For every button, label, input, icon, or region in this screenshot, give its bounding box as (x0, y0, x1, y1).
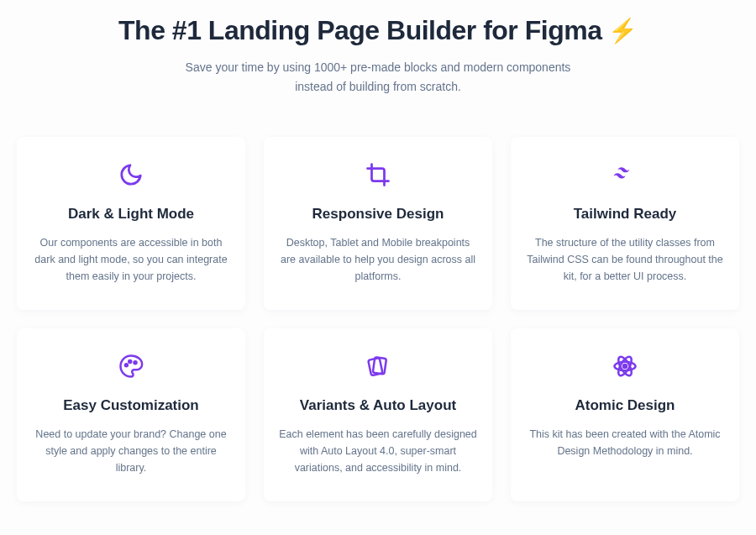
feature-title: Dark & Light Mode (68, 206, 194, 223)
feature-desc: This kit has been created with the Atomi… (526, 426, 724, 459)
feature-title: Tailwind Ready (574, 206, 677, 223)
moon-icon (117, 160, 145, 189)
svg-point-1 (129, 360, 131, 363)
svg-point-0 (125, 364, 128, 366)
feature-card-tailwind: Tailwind Ready The structure of the util… (511, 137, 739, 310)
feature-desc: The structure of the utility classes fro… (526, 234, 724, 285)
features-grid: Dark & Light Mode Our components are acc… (0, 112, 756, 501)
feature-card-atomic: Atomic Design This kit has been created … (511, 328, 739, 501)
feature-desc: Need to update your brand? Change one st… (32, 426, 230, 476)
hero-title-text: The #1 Landing Page Builder for Figma (118, 15, 601, 46)
feature-desc: Our components are accessible in both da… (32, 234, 230, 285)
feature-card-responsive: Responsive Design Desktop, Tablet and Mo… (264, 137, 492, 310)
hero-subtitle: Save your time by using 1000+ pre-made b… (176, 58, 580, 97)
feature-card-customization: Easy Customization Need to update your b… (17, 328, 245, 501)
tailwind-icon (611, 160, 639, 189)
crop-icon (364, 160, 392, 189)
bolt-icon: ⚡ (608, 19, 638, 43)
feature-card-dark-light: Dark & Light Mode Our components are acc… (17, 137, 245, 310)
feature-title: Variants & Auto Layout (300, 397, 456, 414)
hero-section: The #1 Landing Page Builder for Figma ⚡ … (0, 0, 756, 112)
svg-point-5 (623, 365, 627, 368)
feature-desc: Desktop, Tablet and Mobile breakpoints a… (279, 234, 477, 285)
palette-icon (117, 352, 145, 380)
cards-icon (364, 352, 392, 380)
feature-title: Responsive Design (312, 206, 444, 223)
svg-point-2 (134, 361, 137, 364)
hero-title: The #1 Landing Page Builder for Figma ⚡ (118, 15, 638, 46)
feature-desc: Each element has been carefully designed… (279, 426, 477, 476)
feature-title: Easy Customization (63, 397, 199, 414)
feature-card-variants: Variants & Auto Layout Each element has … (264, 328, 492, 501)
feature-title: Atomic Design (575, 397, 675, 414)
atom-icon (611, 352, 639, 380)
